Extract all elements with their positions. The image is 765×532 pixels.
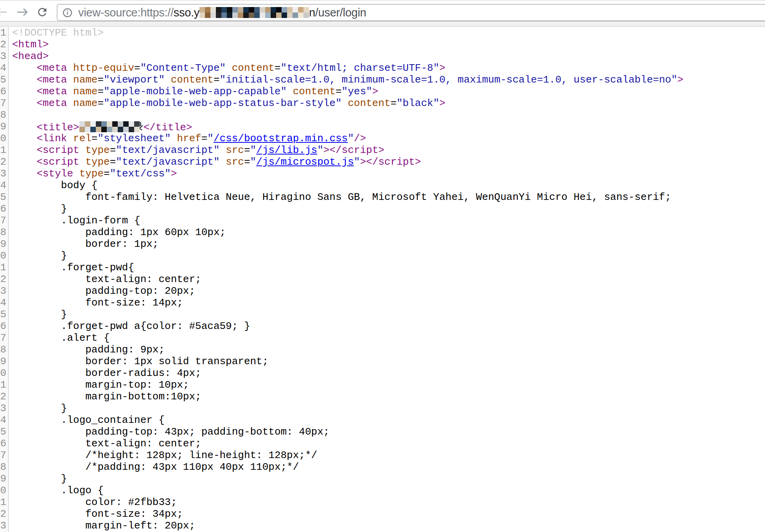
token-p: = [336,86,342,97]
reload-button[interactable] [36,6,48,18]
token-p [79,144,86,156]
line-number: 22 [0,273,6,285]
token-v: "Content-Type" [140,62,226,74]
line-number: 3 [0,50,6,62]
source-line: <!DOCTYPE html> [12,27,765,39]
token-v: "text/html; charset=UTF-8" [281,62,440,74]
token-p: } [12,403,67,414]
token-v: "viewport" [104,74,165,86]
source-line: <meta name="viewport" content="initial-s… [12,74,765,86]
token-t: <meta [12,86,67,97]
source-line: .forget-pwd{ [12,262,765,273]
token-a: content [293,86,336,97]
url-path: /user/login [315,6,366,19]
source-line: .logo { [12,485,765,496]
source-line: padding-top: 43px; padding-bottom: 40px; [12,426,765,438]
source-line: padding: 1px 60px 10px; [12,226,765,238]
token-p: border-radius: 4px; [12,367,201,379]
line-number: 20 [0,250,6,262]
token-t: > [439,97,445,109]
url-host-end: n [309,6,315,19]
token-p: font-size: 14px; [12,297,183,309]
title-censor-mosaic [79,121,140,132]
line-number: 19 [0,238,6,250]
line-number: 18 [0,226,6,238]
forward-arrow-icon [16,6,29,18]
resource-link[interactable]: /css/bootstrap.min.css [214,133,348,144]
token-p: .forget-pwd a{color: #5aca59; } [12,320,250,332]
source-line [12,109,765,121]
token-a: name [73,86,97,97]
resource-link[interactable]: /js/microspot.js [256,156,354,168]
back-button[interactable] [0,6,7,18]
line-number: 2 [0,39,6,50]
token-a: src [226,144,244,156]
line-number: 5 [0,74,6,86]
token-p: font-size: 34px; [12,508,183,520]
line-number: 41 [0,496,6,508]
token-v: "yes" [342,86,372,97]
line-number: 12 [0,156,6,168]
line-number: 24 [0,297,6,309]
source-line: /*height: 128px; line-height: 128px;*/ [12,449,765,461]
token-t: > [171,168,177,180]
line-number: 4 [0,62,6,74]
token-t: > [677,74,684,86]
source-line: text-align: center; [12,438,765,449]
token-a: content [232,62,275,74]
token-t: ></script> [360,156,421,168]
token-v: " [207,133,214,144]
line-number: 17 [0,215,6,226]
url-text: view-source:https://sso.yn/user/login [78,6,366,19]
token-p: .forget-pwd{ [12,262,134,273]
source-line: <html> [12,39,765,50]
source-line: border: 1px; [12,238,765,250]
token-v: " [317,144,323,156]
resource-link[interactable]: /js/lib.js [256,144,317,156]
line-number: 43 [0,520,6,532]
token-p: = [97,86,104,97]
source-line: <script type="text/javascript" src="/js/… [12,156,765,168]
token-p: = [110,156,116,168]
line-number: 33 [0,403,6,414]
token-p: = [110,144,116,156]
info-icon[interactable] [62,7,73,18]
token-v: "text/css" [110,168,171,180]
line-number: 8 [0,109,6,121]
token-v: "apple-mobile-web-app-capable" [104,86,287,97]
token-p [171,133,177,144]
line-number: 11 [0,144,6,156]
line-number: 34 [0,414,6,426]
token-t: <style [12,168,73,180]
line-number: 27 [0,332,6,344]
token-v: "black" [397,97,439,109]
source-line: <meta name="apple-mobile-web-app-status-… [12,97,765,109]
token-p: = [104,168,110,180]
line-number: 26 [0,320,6,332]
token-p: text-align: center; [12,273,201,285]
line-number: 38 [0,461,6,473]
browser-window: { "browser": { "url": { "scheme": "view-… [0,0,765,532]
token-p: = [275,62,281,74]
token-p [67,86,73,97]
line-number: 23 [0,285,6,297]
url-host: sso.y [174,6,199,19]
address-bar[interactable]: view-source:https://sso.yn/user/login [57,4,765,21]
token-t: <link [12,133,67,144]
token-t: <title> [12,122,79,133]
line-number: 36 [0,438,6,449]
forward-button[interactable] [16,6,29,18]
line-number: 29 [0,356,6,367]
token-p [67,74,73,86]
token-p [287,86,293,97]
token-a: name [73,97,97,109]
token-a: name [73,74,97,86]
token-p: .alert { [12,332,110,344]
line-number: 35 [0,426,6,438]
token-p: margin-bottom:10px; [12,391,201,403]
token-a: type [85,156,110,168]
token-v: "initial-scale=1.0, minimum-scale=1.0, m… [220,74,677,86]
token-p: = [97,97,104,109]
source-line: .alert { [12,332,765,344]
token-t: </title> [144,122,192,133]
